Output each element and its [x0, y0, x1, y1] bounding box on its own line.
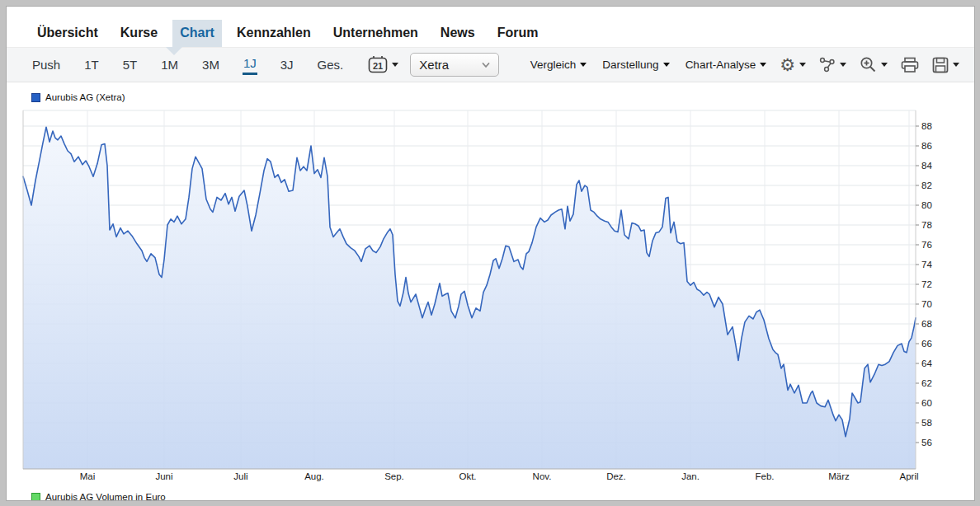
tab-uebersicht[interactable]: Übersicht: [30, 20, 106, 47]
range-3j[interactable]: 3J: [280, 56, 294, 73]
chart-toolbar: Push 1T 5T 1M 3M 1J 3J Ges. 21 Xetra Ver…: [7, 47, 974, 82]
svg-text:Nov.: Nov.: [533, 471, 552, 481]
menu-vergleich[interactable]: Vergleich: [530, 59, 587, 71]
svg-text:62: 62: [921, 378, 932, 388]
active-tab-pointer: [166, 47, 182, 55]
svg-text:82: 82: [921, 180, 932, 190]
chevron-down-icon: [392, 63, 398, 67]
svg-text:Jan.: Jan.: [681, 471, 700, 481]
save-icon: [932, 57, 949, 73]
svg-text:März: März: [828, 471, 850, 481]
svg-text:Okt.: Okt.: [459, 471, 476, 481]
gear-icon: ⚙: [780, 57, 795, 73]
volume-legend-label: Aurubis AG Volumen in Euro: [45, 492, 166, 501]
content-window: Übersicht Kurse Chart Kennzahlen Unterne…: [6, 6, 975, 501]
chevron-down-icon: [663, 63, 670, 67]
main-nav: Übersicht Kurse Chart Kennzahlen Unterne…: [7, 7, 974, 47]
svg-text:76: 76: [921, 240, 932, 250]
svg-text:84: 84: [921, 161, 932, 171]
tab-chart[interactable]: Chart: [172, 20, 222, 47]
chevron-down-icon: [953, 63, 959, 67]
settings-button[interactable]: ⚙: [780, 57, 806, 73]
tab-kurse[interactable]: Kurse: [113, 20, 165, 47]
svg-text:78: 78: [921, 220, 932, 230]
tab-unternehmen[interactable]: Unternehmen: [326, 20, 426, 47]
chevron-down-icon: [881, 63, 888, 67]
range-3m[interactable]: 3M: [201, 56, 220, 73]
svg-text:70: 70: [921, 299, 932, 309]
exchange-select-value: Xetra: [419, 58, 449, 72]
volume-legend[interactable]: Aurubis AG Volumen in Euro: [7, 488, 974, 501]
print-button[interactable]: [901, 57, 919, 73]
chevron-down-icon: [840, 63, 846, 67]
tab-kennzahlen[interactable]: Kennzahlen: [229, 20, 318, 47]
tab-forum[interactable]: Forum: [490, 20, 546, 47]
svg-text:58: 58: [921, 418, 932, 428]
svg-text:68: 68: [921, 319, 932, 329]
chevron-down-icon: [760, 63, 766, 67]
range-1t[interactable]: 1T: [83, 56, 100, 73]
svg-text:Aug.: Aug.: [304, 471, 324, 481]
indicators-button[interactable]: [819, 57, 846, 73]
price-legend-swatch: [31, 93, 40, 102]
indicators-icon: [819, 57, 836, 73]
chevron-down-icon: [480, 59, 492, 71]
tab-news[interactable]: News: [433, 20, 483, 47]
svg-text:88: 88: [921, 121, 932, 131]
volume-legend-swatch: [31, 493, 40, 502]
price-legend-label: Aurubis AG (Xetra): [45, 92, 125, 102]
range-push[interactable]: Push: [31, 56, 61, 73]
svg-text:74: 74: [921, 260, 932, 269]
svg-text:Mai: Mai: [80, 471, 96, 481]
menu-chart-analyse[interactable]: Chart-Analyse: [686, 59, 767, 71]
range-5t[interactable]: 5T: [122, 56, 139, 73]
calendar-21-icon: 21: [368, 55, 388, 74]
svg-text:80: 80: [921, 200, 932, 210]
zoom-button[interactable]: [860, 56, 888, 73]
svg-text:April: April: [899, 471, 918, 481]
date-picker-button[interactable]: 21: [368, 55, 398, 74]
zoom-in-icon: [860, 56, 877, 73]
svg-text:72: 72: [921, 279, 932, 289]
svg-text:56: 56: [921, 438, 932, 447]
svg-text:86: 86: [921, 141, 932, 151]
svg-text:Feb.: Feb.: [755, 471, 774, 481]
save-button[interactable]: [932, 57, 959, 73]
svg-text:Juni: Juni: [155, 471, 172, 481]
svg-text:Dez.: Dez.: [606, 471, 626, 481]
range-1j[interactable]: 1J: [243, 54, 257, 75]
svg-text:Juli: Juli: [233, 471, 247, 481]
print-icon: [901, 57, 919, 73]
exchange-select[interactable]: Xetra: [410, 53, 498, 77]
svg-text:66: 66: [921, 339, 932, 349]
svg-text:21: 21: [373, 61, 383, 71]
price-legend[interactable]: Aurubis AG (Xetra): [7, 82, 974, 105]
chevron-down-icon: [799, 63, 806, 67]
svg-text:60: 60: [921, 398, 932, 408]
range-ges[interactable]: Ges.: [317, 56, 345, 73]
chevron-down-icon: [580, 63, 587, 67]
svg-text:64: 64: [921, 358, 932, 368]
price-chart[interactable]: 8886848280787674727068666462605856MaiJun…: [7, 105, 973, 485]
menu-darstellung[interactable]: Darstellung: [602, 59, 669, 71]
toolbar-icon-group: ⚙: [766, 56, 959, 73]
range-1m[interactable]: 1M: [160, 56, 179, 73]
svg-text:Sep.: Sep.: [384, 471, 404, 481]
